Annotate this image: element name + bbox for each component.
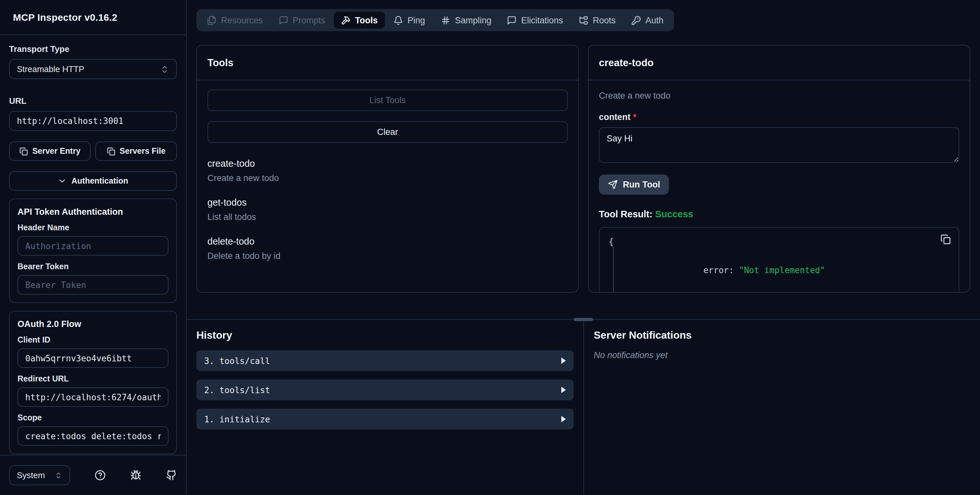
run-tool-button[interactable]: Run Tool (599, 174, 669, 195)
tool-list: create-todo Create a new todo get-todos … (207, 158, 568, 261)
authentication-toggle-button[interactable]: Authentication (9, 171, 177, 191)
tool-detail-title: create-todo (599, 57, 654, 69)
tools-panel-body: List Tools Clear create-todo Create a ne… (197, 80, 578, 292)
hammer-icon (341, 15, 351, 25)
tab-label: Elicitations (521, 15, 563, 25)
tab-prompts[interactable]: Prompts (271, 12, 332, 29)
list-item[interactable]: get-todos List all todos (207, 197, 568, 222)
content-label-text: content (599, 112, 631, 122)
app-root: MCP Inspector v0.16.2 Transport Type Str… (0, 0, 980, 495)
tools-panel: Tools List Tools Clear create-todo Creat… (196, 45, 579, 292)
json-error-line: error: "Not implemented" (609, 249, 950, 292)
help-button[interactable] (95, 470, 106, 481)
copy-icon (19, 147, 28, 155)
chevrons-up-down-icon (160, 65, 169, 73)
expand-arrow-icon (561, 416, 566, 422)
resize-handle[interactable] (574, 318, 593, 321)
main-area: Resources Prompts Tools (187, 0, 980, 495)
clear-tools-button[interactable]: Clear (207, 121, 568, 143)
content-field-textarea[interactable]: Say Hi (599, 127, 959, 163)
tool-name: get-todos (207, 197, 568, 208)
server-entry-label: Server Entry (32, 147, 81, 156)
tab-tools[interactable]: Tools (334, 12, 385, 29)
transport-type-value: Streamable HTTP (17, 64, 84, 74)
list-item[interactable]: 1. initialize (196, 409, 574, 430)
run-tool-label: Run Tool (623, 180, 660, 190)
servers-file-label: Servers File (119, 147, 165, 156)
transport-type-label: Transport Type (9, 44, 177, 54)
list-item[interactable]: delete-todo Delete a todo by id (207, 236, 568, 261)
tool-result-label: Tool Result: (599, 209, 652, 219)
server-notifications-pane: Server Notifications No notifications ye… (583, 320, 980, 495)
url-label: URL (9, 96, 177, 106)
list-item[interactable]: create-todo Create a new todo (207, 158, 568, 183)
horizontal-divider (187, 319, 980, 320)
scope-label: Scope (18, 413, 169, 422)
client-id-input[interactable] (18, 348, 169, 368)
history-item-label: 3. tools/call (204, 356, 270, 366)
help-circle-icon (95, 470, 106, 481)
list-item[interactable]: 3. tools/call (196, 350, 574, 371)
tab-label: Tools (355, 15, 378, 25)
servers-file-button[interactable]: Servers File (95, 141, 177, 161)
url-input[interactable] (9, 111, 177, 131)
hash-icon (441, 15, 450, 25)
report-bug-button[interactable] (130, 470, 141, 481)
authentication-label: Authentication (72, 176, 128, 185)
github-icon (166, 470, 177, 481)
tab-label: Roots (593, 15, 616, 25)
redirect-url-label: Redirect URL (18, 374, 169, 383)
history-title: History (196, 330, 574, 341)
tab-elicitations[interactable]: Elicitations (500, 12, 570, 29)
content-field-label: content* (599, 112, 959, 122)
server-notifications-title: Server Notifications (594, 330, 970, 341)
message-square-icon (278, 15, 288, 25)
github-button[interactable] (166, 470, 177, 481)
bell-icon (393, 15, 403, 25)
api-token-auth-section: API Token Authentication Header Name Bea… (9, 198, 177, 303)
json-value: "Not implemented" (739, 265, 825, 275)
chevron-down-icon (58, 176, 67, 185)
tab-roots[interactable]: Roots (571, 12, 623, 29)
expand-arrow-icon (561, 358, 566, 364)
panels-row: Tools List Tools Clear create-todo Creat… (196, 45, 970, 292)
key-icon (631, 15, 641, 25)
header-name-input[interactable] (18, 236, 169, 255)
list-item[interactable]: 2. tools/list (196, 380, 574, 400)
sidebar-body: Transport Type Streamable HTTP URL Serve… (0, 35, 186, 455)
theme-select[interactable]: System (9, 465, 70, 485)
tab-label: Sampling (455, 15, 492, 25)
header-name-label: Header Name (18, 223, 169, 232)
copy-icon (107, 147, 115, 155)
redirect-url-input[interactable] (18, 387, 169, 407)
tool-name: delete-todo (207, 236, 568, 246)
tab-sampling[interactable]: Sampling (434, 12, 499, 29)
tab-auth[interactable]: Auth (624, 12, 671, 29)
tab-ping[interactable]: Ping (386, 12, 432, 29)
tool-name: create-todo (207, 158, 568, 169)
tab-label: Ping (408, 15, 425, 25)
sidebar: MCP Inspector v0.16.2 Transport Type Str… (0, 0, 187, 495)
theme-select-value: System (17, 470, 45, 480)
json-open-brace: { (609, 235, 950, 249)
transport-type-select[interactable]: Streamable HTTP (9, 59, 177, 79)
copy-result-button[interactable] (940, 234, 951, 244)
bearer-token-input[interactable] (18, 275, 169, 295)
list-tools-button[interactable]: List Tools (207, 89, 568, 111)
main-bottom-section: History 3. tools/call 2. tools/list 1. i… (187, 320, 980, 495)
folder-tree-icon (579, 15, 588, 25)
scope-input[interactable] (18, 426, 169, 446)
client-id-label: Client ID (18, 335, 169, 345)
server-entry-button[interactable]: Server Entry (9, 141, 91, 161)
tab-resources[interactable]: Resources (200, 12, 270, 29)
required-marker: * (633, 112, 637, 122)
tool-description: List all todos (207, 212, 568, 222)
copy-icon (940, 234, 951, 244)
no-notifications-message: No notifications yet (594, 350, 970, 360)
tool-description: Create a new todo (207, 173, 568, 183)
expand-arrow-icon (561, 386, 566, 393)
tab-label: Auth (646, 15, 664, 25)
send-icon (608, 180, 618, 190)
bug-icon (130, 470, 141, 481)
json-key: error: (703, 265, 739, 275)
